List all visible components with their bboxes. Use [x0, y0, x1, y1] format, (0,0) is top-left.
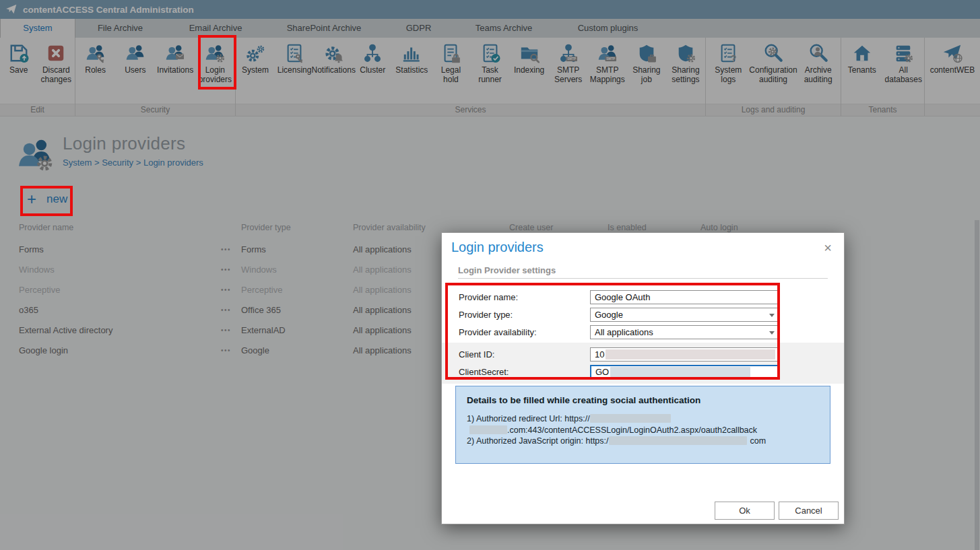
info-line-3-suffix: com [750, 436, 766, 446]
annotation-login-providers-button [198, 35, 236, 90]
dialog-title: Login providers [451, 240, 544, 255]
section-header: Login Provider settings [458, 265, 828, 275]
cancel-button[interactable]: Cancel [779, 502, 839, 520]
info-line-2: .com:443/contentACCESSLogin/LoginOAuth2.… [467, 425, 819, 436]
dialog-header: Login providers × [442, 233, 844, 255]
close-icon[interactable]: × [824, 241, 832, 254]
info-line-3-text: 2) Authorized JavaScript origin: https:/ [467, 436, 609, 446]
info-line-3: 2) Authorized JavaScript origin: https:/… [467, 436, 819, 447]
info-line-1-text: 1) Authorized redirect Url: https:// [467, 414, 590, 423]
info-box: Details to be filled while creating soci… [455, 386, 830, 464]
redacted-url-1 [590, 414, 671, 423]
annotation-new-button [20, 186, 73, 216]
redacted-url-3 [609, 436, 747, 445]
dialog-footer: Ok Cancel [715, 502, 839, 520]
app-window: contentACCESS Central Administration Sys… [0, 0, 980, 550]
info-heading: Details to be filled while creating soci… [467, 395, 819, 405]
info-line-2-text: .com:443/contentACCESSLogin/LoginOAuth2.… [507, 425, 757, 435]
info-line-1: 1) Authorized redirect Url: https:// [467, 413, 819, 425]
redacted-url-2 [469, 425, 507, 434]
annotation-dialog-fields [445, 283, 780, 380]
ok-button[interactable]: Ok [715, 502, 775, 520]
